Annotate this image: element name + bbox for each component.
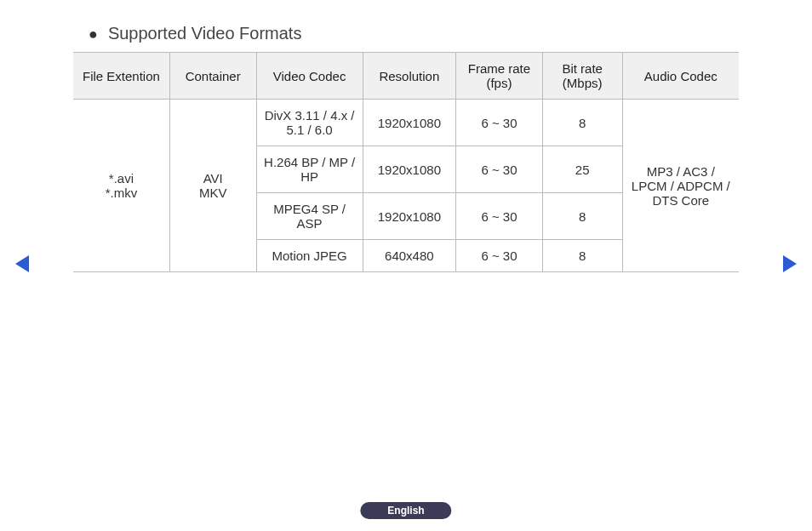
col-container: Container (169, 53, 256, 100)
formats-table: File Extention Container Video Codec Res… (73, 52, 739, 272)
cell-audio-codec: MP3 / AC3 / LPCM / ADPCM / DTS Core (622, 100, 739, 272)
col-resolution: Resolution (363, 53, 455, 100)
prev-page-arrow-icon[interactable] (15, 255, 29, 272)
cell-video-codec: DivX 3.11 / 4.x / 5.1 / 6.0 (256, 100, 363, 146)
cell-file-ext: *.avi *.mkv (73, 100, 169, 272)
col-video-codec: Video Codec (256, 53, 363, 100)
section-heading: ●Supported Video Formats (89, 24, 739, 43)
cell-video-codec: Motion JPEG (256, 240, 363, 272)
cell-frame-rate: 6 ~ 30 (456, 146, 543, 193)
cell-bit-rate: 8 (542, 240, 622, 272)
table-row: *.avi *.mkv AVI MKV DivX 3.11 / 4.x / 5.… (73, 100, 739, 146)
cell-bit-rate: 8 (542, 193, 622, 240)
col-bit-rate: Bit rate (Mbps) (542, 53, 622, 100)
next-page-arrow-icon[interactable] (783, 255, 797, 272)
col-frame-rate: Frame rate (fps) (456, 53, 543, 100)
cell-frame-rate: 6 ~ 30 (456, 100, 543, 146)
cell-resolution: 1920x1080 (363, 146, 455, 193)
language-label: English (387, 505, 424, 517)
container-line: MKV (175, 186, 251, 200)
container-line: AVI (175, 171, 251, 186)
cell-frame-rate: 6 ~ 30 (456, 240, 543, 272)
cell-bit-rate: 25 (542, 146, 622, 193)
file-ext-line: *.avi (78, 171, 164, 186)
section-title-text: Supported Video Formats (108, 24, 302, 43)
cell-bit-rate: 8 (542, 100, 622, 146)
cell-resolution: 640x480 (363, 240, 455, 272)
col-file-ext: File Extention (73, 53, 169, 100)
cell-frame-rate: 6 ~ 30 (456, 193, 543, 240)
cell-container: AVI MKV (169, 100, 256, 272)
cell-video-codec: H.264 BP / MP / HP (256, 146, 363, 193)
cell-video-codec: MPEG4 SP / ASP (256, 193, 363, 240)
language-pill[interactable]: English (360, 502, 451, 519)
cell-resolution: 1920x1080 (363, 193, 455, 240)
table-header-row: File Extention Container Video Codec Res… (73, 53, 739, 100)
cell-resolution: 1920x1080 (363, 100, 455, 146)
file-ext-line: *.mkv (78, 186, 164, 200)
col-audio-codec: Audio Codec (622, 53, 739, 100)
bullet-icon: ● (89, 26, 98, 43)
